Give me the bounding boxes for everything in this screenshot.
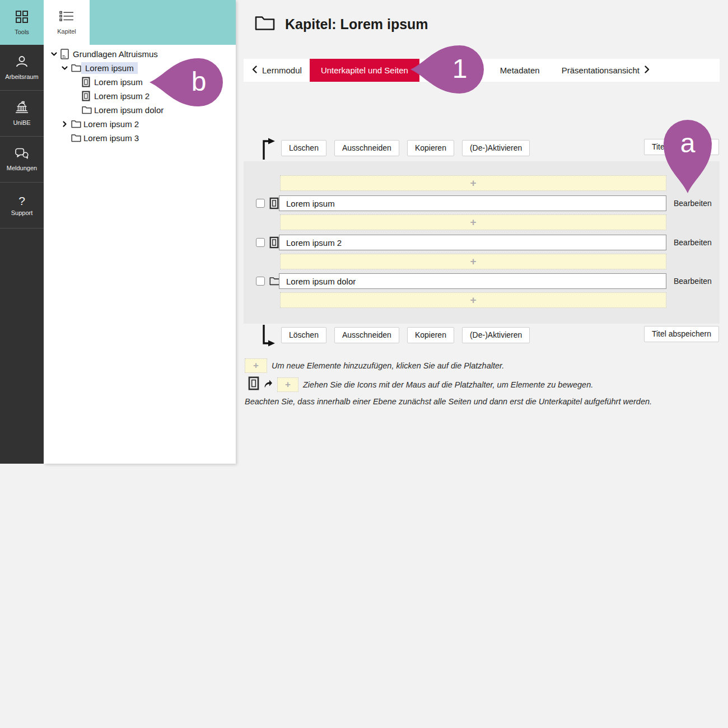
tab-unterkapitel-und-seiten[interactable]: Unterkapitel und Seiten <box>310 59 419 82</box>
page-icon <box>82 91 93 101</box>
tree-item-lorem-ipsum-2-chapter[interactable]: Lorem ipsum 2 <box>44 117 236 131</box>
chevron-down-icon[interactable] <box>50 50 60 58</box>
folder-icon <box>71 134 82 142</box>
plus-icon: + <box>470 176 476 190</box>
cut-button[interactable]: Ausschneiden <box>334 327 399 343</box>
chevron-left-icon <box>252 66 257 75</box>
left-rail: Tools Arbeitsraum UniBE Meldungen ? Supp… <box>0 0 44 464</box>
plus-icon: + <box>285 378 291 391</box>
chapter-list-panel: + Bearbeiten + Bearbeiten + Bearb <box>244 161 720 324</box>
row-checkbox[interactable] <box>256 199 265 208</box>
plus-icon: + <box>470 293 476 307</box>
edit-link[interactable]: Bearbeiten <box>674 238 712 247</box>
placeholder-drop-zone[interactable]: + <box>280 254 666 269</box>
chevron-down-icon[interactable] <box>61 64 71 72</box>
edit-link[interactable]: Bearbeiten <box>674 199 712 208</box>
annotation-pin-1: 1 <box>410 45 485 94</box>
plus-icon: + <box>470 254 476 268</box>
tab-lernmodul[interactable]: Lernmodul <box>252 66 302 75</box>
annotation-pin-label: 1 <box>435 45 484 94</box>
placeholder-sample: + <box>277 377 298 392</box>
title-input[interactable] <box>279 195 666 211</box>
annotation-pin-label: b <box>174 58 223 107</box>
plus-icon: + <box>253 359 259 372</box>
tab-metadaten[interactable]: Metadaten <box>500 66 540 75</box>
page-icon[interactable] <box>269 197 279 212</box>
placeholder-drop-zone[interactable]: + <box>280 292 666 308</box>
placeholder-drop-zone[interactable]: + <box>280 175 666 191</box>
help-line-1: + Um neue Elemente hinzuzufügen, klicken… <box>245 358 504 373</box>
tree-item-label: Lorem ipsum 2 <box>93 90 151 102</box>
row-checkbox[interactable] <box>256 238 265 247</box>
title-input[interactable] <box>279 235 666 250</box>
panel-header-strip <box>90 0 236 45</box>
grid-icon <box>15 10 29 26</box>
tab-label: Lernmodul <box>262 66 302 75</box>
page-icon <box>248 376 259 393</box>
help-text: Ziehen Sie die Icons mit der Maus auf di… <box>303 380 593 389</box>
rail-item-arbeitsraum[interactable]: Arbeitsraum <box>0 45 44 91</box>
tab-praesentationsansicht[interactable]: Präsentationsansicht <box>562 66 650 75</box>
copy-button[interactable]: Kopieren <box>407 140 454 156</box>
tree-item-label: Lorem ipsum <box>93 76 144 88</box>
list-row-lorem-ipsum: Bearbeiten <box>256 195 720 211</box>
page-icon[interactable] <box>269 236 279 251</box>
rail-item-label: Arbeitsraum <box>5 74 38 80</box>
apply-up-arrow-icon <box>260 137 276 162</box>
toolbar-top: Löschen Ausschneiden Kopieren (De-)Aktiv… <box>281 140 538 156</box>
rail-item-meldungen[interactable]: Meldungen <box>0 137 44 183</box>
page-header: Kapitel: Lorem ipsum <box>255 15 428 33</box>
apply-down-arrow-icon <box>260 324 276 350</box>
page-icon <box>82 77 93 87</box>
chat-icon <box>15 147 29 162</box>
rail-item-support[interactable]: ? Support <box>0 183 44 228</box>
rail-item-label: Tools <box>15 29 29 35</box>
move-arrow-icon <box>264 379 273 390</box>
chevron-right-icon[interactable] <box>61 120 71 128</box>
tree-item-label: Lorem ipsum 3 <box>82 132 140 144</box>
tab-kapitel-label: Kapitel <box>57 28 76 35</box>
annotation-pin-a: a <box>663 119 712 194</box>
annotation-pin-label: a <box>663 119 712 169</box>
tree-item-label-selected: Lorem ipsum <box>81 62 138 74</box>
delete-button[interactable]: Löschen <box>281 327 326 343</box>
tab-label: Unterkapitel und Seiten <box>321 66 408 75</box>
delete-button[interactable]: Löschen <box>281 140 326 156</box>
cut-button[interactable]: Ausschneiden <box>334 140 399 156</box>
rail-item-tools[interactable]: Tools <box>0 0 44 45</box>
de-activate-button[interactable]: (De-)Aktivieren <box>462 140 530 156</box>
list-row-lorem-ipsum-dolor: Bearbeiten <box>256 273 720 289</box>
tab-label: Metadaten <box>500 66 540 75</box>
help-text: Beachten Sie, dass innerhalb einer Ebene… <box>245 397 652 406</box>
help-text: Um neue Elemente hinzuzufügen, klicken S… <box>272 361 504 370</box>
tree-item-label: Grundlagen Altruismus <box>72 48 159 60</box>
title-input[interactable] <box>279 273 666 289</box>
row-checkbox[interactable] <box>256 277 265 286</box>
edit-link[interactable]: Bearbeiten <box>674 277 712 286</box>
annotation-pin-b: b <box>149 58 224 107</box>
placeholder-drop-zone[interactable]: + <box>280 214 666 230</box>
tab-label: Präsentationsansicht <box>562 66 640 75</box>
page-title: Kapitel: Lorem ipsum <box>285 16 428 32</box>
rail-item-label: Meldungen <box>7 165 37 171</box>
toolbar-bottom: Löschen Ausschneiden Kopieren (De-)Aktiv… <box>281 327 538 343</box>
list-row-lorem-ipsum-2: Bearbeiten <box>256 235 720 250</box>
folder-icon <box>71 64 82 72</box>
rail-item-unibe[interactable]: UniBE <box>0 91 44 137</box>
save-titles-button-bottom[interactable]: Titel abspeichern <box>644 326 719 342</box>
plus-icon: + <box>470 215 476 229</box>
tab-kapitel[interactable]: Kapitel <box>44 0 90 45</box>
folder-icon <box>82 106 93 114</box>
placeholder-sample: + <box>245 358 267 373</box>
page: Tools Arbeitsraum UniBE Meldungen ? Supp… <box>0 0 728 728</box>
copy-button[interactable]: Kopieren <box>407 327 454 343</box>
tree-item-lorem-ipsum-3-chapter[interactable]: Lorem ipsum 3 <box>44 131 236 145</box>
question-icon: ? <box>18 195 25 207</box>
help-line-2: + Ziehen Sie die Icons mit der Maus auf … <box>248 376 593 393</box>
person-icon <box>15 55 29 71</box>
chevron-right-icon <box>645 66 650 75</box>
help-line-3: Beachten Sie, dass innerhalb einer Ebene… <box>245 397 652 406</box>
rail-item-label: Support <box>11 210 33 216</box>
de-activate-button[interactable]: (De-)Aktivieren <box>462 327 530 343</box>
rail-item-label: UniBE <box>13 120 30 126</box>
